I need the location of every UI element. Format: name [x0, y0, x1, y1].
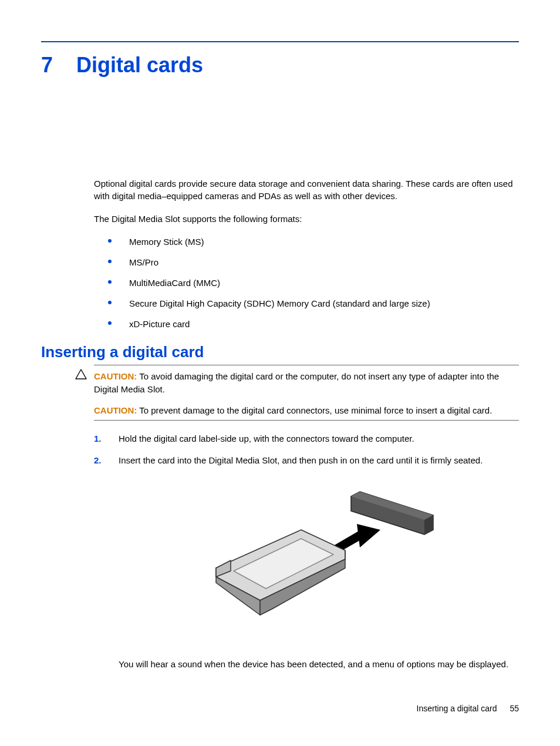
chapter-title: Digital cards [76, 53, 203, 78]
format-list: Memory Stick (MS) MS/Pro MultiMediaCard … [94, 236, 519, 330]
list-item: MultiMediaCard (MMC) [94, 277, 519, 289]
step-item: 1. Hold the digital card label-side up, … [94, 432, 519, 445]
step-number: 1. [94, 432, 102, 445]
list-item: Memory Stick (MS) [94, 236, 519, 248]
footer-page-number: 55 [510, 704, 519, 713]
caution-icon [75, 369, 87, 379]
section-heading: Inserting a digital card [41, 343, 519, 361]
intro-paragraph-1: Optional digital cards provide secure da… [94, 177, 519, 202]
caution-text: To avoid damaging the digital card or th… [94, 371, 499, 394]
chapter-header: 7 Digital cards [41, 53, 519, 78]
step-number: 2. [94, 454, 102, 466]
list-item: MS/Pro [94, 256, 519, 268]
insert-card-illustration [190, 483, 448, 641]
caution-label: CAUTION: [94, 405, 137, 415]
caution-text: To prevent damage to the digital card co… [139, 405, 492, 415]
page-footer: Inserting a digital card 55 [417, 704, 519, 713]
intro-paragraph-2: The Digital Media Slot supports the foll… [94, 213, 519, 225]
svg-marker-0 [76, 369, 86, 379]
step-text: Insert the card into the Digital Media S… [119, 455, 483, 465]
caution-block-1: CAUTION: To avoid damaging the digital c… [94, 365, 519, 396]
svg-marker-5 [357, 524, 380, 547]
step-after-note: You will hear a sound when the device ha… [119, 658, 519, 670]
step-item: 2. Insert the card into the Digital Medi… [94, 454, 519, 670]
caution-label: CAUTION: [94, 371, 137, 381]
top-rule [41, 41, 519, 42]
list-item: xD-Picture card [94, 318, 519, 330]
chapter-number: 7 [41, 53, 53, 78]
list-item: Secure Digital High Capacity (SDHC) Memo… [94, 297, 519, 310]
intro-region: Optional digital cards provide secure da… [94, 177, 519, 330]
caution-block-2: CAUTION: To prevent damage to the digita… [94, 404, 519, 421]
footer-section-name: Inserting a digital card [417, 704, 497, 713]
step-text: Hold the digital card label-side up, wit… [119, 434, 414, 443]
steps-list: 1. Hold the digital card label-side up, … [94, 432, 519, 670]
